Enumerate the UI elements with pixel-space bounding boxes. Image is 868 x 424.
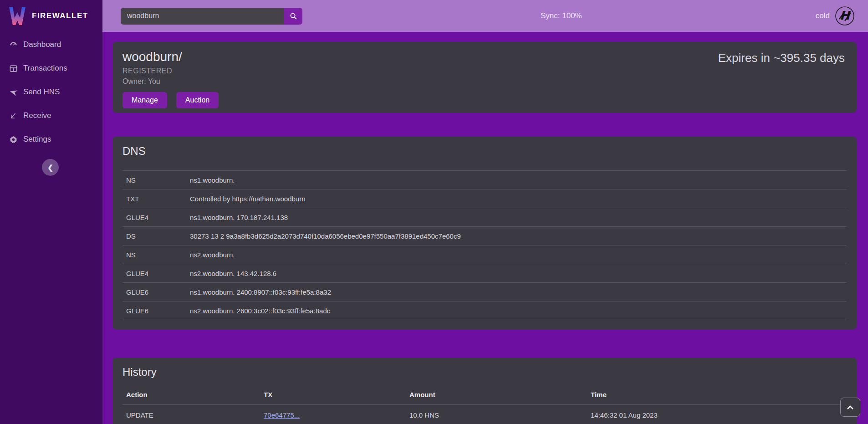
- dns-record-row: NS ns2.woodburn.: [123, 245, 847, 264]
- history-row: UPDATE 70e64775... 10.0 HNS 14:46:32 01 …: [123, 405, 847, 424]
- history-header-row: Action TX Amount Time: [123, 385, 847, 405]
- scroll-to-top-button[interactable]: [840, 398, 860, 417]
- dns-record-type: GLUE6: [123, 307, 190, 315]
- sidebar-nav: Dashboard Transactions Send HNS Receive: [0, 32, 102, 146]
- dns-record-type: TXT: [123, 195, 190, 203]
- search-bar: [121, 8, 302, 25]
- chevron-up-icon: [847, 405, 853, 409]
- history-title: History: [123, 366, 847, 378]
- wallet-name: cold: [816, 11, 830, 20]
- dashboard-icon: [9, 41, 18, 49]
- history-col-time: Time: [591, 391, 847, 398]
- dns-record-value: ns2.woodburn. 143.42.128.6: [190, 270, 847, 277]
- search-icon: [290, 12, 297, 20]
- search-input[interactable]: [121, 8, 284, 25]
- history-col-amount: Amount: [409, 391, 591, 398]
- dns-title: DNS: [123, 145, 847, 158]
- dns-record-row: GLUE6 ns2.woodburn. 2600:3c02::f03c:93ff…: [123, 301, 847, 320]
- dns-record-type: GLUE4: [123, 270, 190, 277]
- sidebar-item-label: Settings: [23, 135, 51, 144]
- dns-record-type: DS: [123, 232, 190, 240]
- receive-icon: [9, 112, 18, 120]
- dns-record-type: NS: [123, 176, 190, 184]
- history-col-tx: TX: [264, 391, 409, 398]
- auction-button[interactable]: Auction: [176, 92, 219, 108]
- sidebar-item-receive[interactable]: Receive: [0, 109, 102, 122]
- domain-status: REGISTERED: [123, 67, 847, 75]
- sidebar-item-send-hns[interactable]: Send HNS: [0, 86, 102, 98]
- topbar: Sync: 100% cold H: [102, 0, 868, 32]
- dns-record-value: ns1.woodburn. 170.187.241.138: [190, 214, 847, 221]
- dns-record-value: ns1.woodburn.: [190, 176, 847, 184]
- dns-record-value: 30273 13 2 9a3a8fb3d625d2a2073d740f10da6…: [190, 232, 847, 240]
- sidebar-item-transactions[interactable]: Transactions: [0, 62, 102, 75]
- history-amount: 10.0 HNS: [409, 411, 591, 419]
- dns-record-row: TXT Controlled by https://nathan.woodbur…: [123, 189, 847, 208]
- dns-record-type: GLUE6: [123, 288, 190, 296]
- dns-record-row: GLUE4 ns1.woodburn. 170.187.241.138: [123, 208, 847, 227]
- domain-owner: Owner: You: [123, 77, 847, 86]
- tx-link[interactable]: 70e64775...: [264, 411, 300, 419]
- history-action: UPDATE: [123, 411, 264, 419]
- sidebar: FIREWALLET Dashboard Transactions Send H…: [0, 0, 102, 424]
- dns-record-row: GLUE6 ns1.woodburn. 2400:8907::f03c:93ff…: [123, 283, 847, 301]
- sidebar-item-label: Dashboard: [23, 40, 61, 49]
- history-card: History Action TX Amount Time UPDATE 70e…: [112, 358, 857, 424]
- dns-record-type: NS: [123, 251, 190, 259]
- dns-record-value: ns2.woodburn.: [190, 251, 847, 259]
- firewallet-w-logo: [8, 6, 26, 26]
- dns-record-value: ns2.woodburn. 2600:3c02::f03c:93ff:fe5a:…: [190, 307, 847, 315]
- sidebar-item-dashboard[interactable]: Dashboard: [0, 38, 102, 51]
- history-col-action: Action: [123, 391, 264, 398]
- brand: FIREWALLET: [0, 0, 102, 32]
- dns-record-row: DS 30273 13 2 9a3a8fb3d625d2a2073d740f10…: [123, 227, 847, 245]
- dns-record-row: NS ns1.woodburn.: [123, 171, 847, 189]
- sidebar-item-settings[interactable]: Settings: [0, 133, 102, 146]
- history-time: 14:46:32 01 Aug 2023: [591, 411, 847, 419]
- dns-record-value: ns1.woodburn. 2400:8907::f03c:93ff:fe5a:…: [190, 288, 847, 296]
- send-icon: [9, 88, 18, 97]
- search-button[interactable]: [284, 8, 302, 25]
- sidebar-collapse-button[interactable]: ❮: [42, 159, 59, 176]
- settings-icon: [9, 135, 18, 144]
- dns-record-row: GLUE4 ns2.woodburn. 143.42.128.6: [123, 264, 847, 283]
- dns-card: DNS NS ns1.woodburn. TXT Controlled by h…: [112, 137, 857, 329]
- domain-buttons: Manage Auction: [123, 92, 847, 108]
- wallet-area[interactable]: cold H: [816, 0, 855, 32]
- dns-table: NS ns1.woodburn. TXT Controlled by https…: [123, 170, 847, 320]
- history-table: Action TX Amount Time UPDATE 70e64775...…: [123, 385, 847, 424]
- sidebar-item-label: Receive: [23, 111, 51, 120]
- transactions-icon: [9, 64, 18, 73]
- main-content: woodburn/ REGISTERED Owner: You Manage A…: [102, 32, 868, 424]
- domain-expiry: Expires in ~395.35 days: [718, 51, 845, 65]
- domain-card: woodburn/ REGISTERED Owner: You Manage A…: [112, 42, 857, 112]
- sidebar-item-label: Transactions: [23, 64, 67, 73]
- chevron-left-icon: ❮: [47, 163, 53, 172]
- sidebar-item-label: Send HNS: [23, 87, 60, 97]
- dns-record-value: Controlled by https://nathan.woodburn: [190, 195, 847, 203]
- handshake-icon: H: [834, 5, 855, 26]
- dns-record-type: GLUE4: [123, 214, 190, 221]
- manage-button[interactable]: Manage: [123, 92, 167, 108]
- sync-status: Sync: 100%: [541, 0, 582, 32]
- brand-name: FIREWALLET: [32, 11, 88, 20]
